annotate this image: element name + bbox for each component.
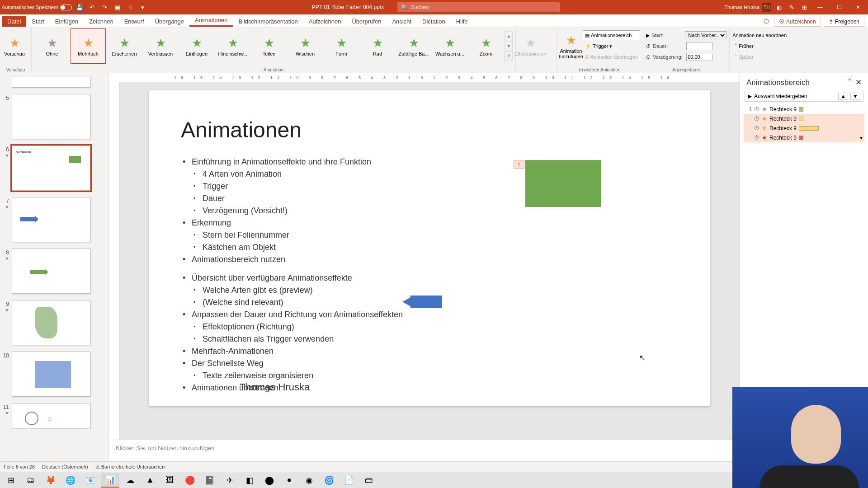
app-icon[interactable]: 📄 [340, 473, 358, 488]
slide[interactable]: Animationen Einführung in Animationseffe… [149, 90, 710, 406]
up-icon[interactable]: ▲ [838, 93, 848, 100]
language-label[interactable]: Deutsch (Österreich) [42, 464, 88, 469]
app-icon[interactable]: ☁ [121, 473, 139, 488]
slide-thumb-6[interactable]: Animationen [12, 145, 90, 191]
gallery-appear[interactable]: ★Erscheinen [107, 28, 142, 64]
gallery-zoom[interactable]: ★Zoom [468, 28, 504, 64]
gallery-randombars[interactable]: ★Zufällige Ba... [396, 28, 431, 64]
app-icon[interactable]: ◧ [241, 473, 259, 488]
outlook-icon[interactable]: 📧 [81, 473, 99, 488]
app-icon[interactable]: 🖼 [161, 473, 179, 488]
toggle-switch-icon[interactable] [60, 5, 72, 10]
qat-more-icon[interactable]: ▾ [138, 2, 148, 12]
animation-tag[interactable]: 1 [514, 160, 524, 169]
vlc-icon[interactable]: ▲ [141, 473, 159, 488]
gallery-floatin[interactable]: ★Hineinschw... [215, 28, 250, 64]
gallery-more-icon[interactable]: ⊻ [505, 51, 513, 61]
app-icon[interactable]: ◉ [300, 473, 318, 488]
anim-item-4[interactable]: ⏱★Rechteck 9▾ [744, 133, 864, 142]
accessibility-label[interactable]: ⚠ Barrierefreiheit: Untersuchen [95, 464, 165, 470]
slide-thumb-11[interactable]: ♡ [12, 403, 90, 428]
tab-insert[interactable]: Einfügen [50, 16, 84, 27]
tab-draw[interactable]: Zeichnen [84, 16, 118, 27]
slide-title[interactable]: Animationen [181, 117, 678, 142]
slide-thumbnails[interactable]: 5 6★Animationen 7★ 8★ 9★ 10 11★♡ [0, 73, 108, 461]
draw-icon[interactable]: ✎ [787, 2, 797, 12]
slide-thumb-9[interactable] [12, 300, 90, 345]
gallery-wipe[interactable]: ★Wischen [288, 28, 323, 64]
search-box[interactable]: 🔍 [397, 2, 560, 12]
obs-icon[interactable]: ⬤ [260, 473, 278, 488]
save-icon[interactable]: 💾 [75, 2, 85, 12]
start-menu-icon[interactable]: ⊞ [2, 473, 20, 488]
powerpoint-icon[interactable]: 📊 [101, 473, 119, 488]
gallery-grow[interactable]: ★Wachsen u... [432, 28, 467, 64]
slide-thumb-8[interactable] [12, 249, 90, 294]
anim-item-1[interactable]: 1⏱★Rechteck 9 [744, 104, 864, 114]
delay-input[interactable] [686, 53, 712, 61]
slide-thumb-7[interactable] [12, 197, 90, 242]
autosave-toggle[interactable]: Automatisches Speichern [2, 5, 72, 10]
maximize-button[interactable]: ☐ [831, 1, 847, 14]
chrome-icon[interactable]: 🌐 [61, 473, 80, 488]
app-icon[interactable]: 🔴 [181, 473, 199, 488]
gallery-down-icon[interactable]: ▼ [505, 41, 513, 51]
slide-canvas[interactable]: Animationen Einführung in Animationseffe… [119, 82, 740, 440]
share-button[interactable]: ⇪Freigeben [824, 17, 864, 27]
gallery-multiple[interactable]: ★Mehrfach [71, 28, 106, 64]
tab-slideshow[interactable]: Bildschirmpräsentation [233, 16, 303, 27]
slide-thumb-10[interactable] [12, 352, 90, 397]
gallery-fade[interactable]: ★Verblassen [143, 28, 178, 64]
tab-start[interactable]: Start [26, 16, 49, 27]
animation-pane-button[interactable]: ▤Animationsbereich [583, 30, 640, 40]
onenote-icon[interactable]: 📓 [201, 473, 219, 488]
start-select[interactable]: Nach Vorher... [685, 31, 726, 39]
present-icon[interactable]: ▣ [113, 2, 123, 12]
tab-design[interactable]: Entwurf [119, 16, 150, 27]
tab-view[interactable]: Ansicht [387, 16, 417, 27]
edge-icon[interactable]: 🌀 [320, 473, 338, 488]
file-tab[interactable]: Datei [2, 16, 26, 27]
notes-pane[interactable]: Klicken Sie, um Notizen hinzuzufügen [108, 440, 740, 461]
firefox-icon[interactable]: 🦊 [42, 473, 60, 488]
slide-counter[interactable]: Folie 6 von 26 [4, 464, 35, 469]
preview-button[interactable]: ★ Vorschau [3, 28, 26, 64]
tab-review[interactable]: Überprüfen [346, 16, 387, 27]
slide-thumb-5[interactable] [12, 94, 90, 139]
comments-icon[interactable]: 🗨 [761, 17, 771, 27]
app-icon[interactable]: ● [280, 473, 298, 488]
explorer-icon[interactable]: 🗂 [22, 473, 40, 488]
tab-animations[interactable]: Animationen [189, 15, 233, 27]
slide-content[interactable]: Einführung in Animationseffekte und ihre… [181, 156, 678, 266]
tab-dictation[interactable]: Dictation [417, 16, 451, 27]
anim-item-2[interactable]: ⏱★Rechteck 9 [744, 114, 864, 123]
green-rectangle-shape[interactable] [525, 160, 601, 207]
trigger-button[interactable]: ⚡Trigger ▾ [583, 41, 640, 51]
app-icon[interactable]: 🗃 [360, 473, 378, 488]
undo-icon[interactable]: ↶ [87, 2, 97, 12]
play-selection-button[interactable]: ▶Auswahl wiedergeben▲▼ [745, 91, 863, 102]
add-animation-button[interactable]: ★ Animation hinzufügen [559, 28, 583, 64]
gallery-flyin[interactable]: ★Einfliegen [179, 28, 214, 64]
close-button[interactable]: ✕ [850, 1, 866, 14]
chevron-down-icon[interactable]: ˅ [848, 78, 852, 87]
gallery-none[interactable]: ★Ohne [34, 28, 70, 64]
tab-help[interactable]: Hilfe [451, 16, 473, 27]
window-icon[interactable]: ⊞ [799, 2, 809, 12]
move-earlier-button[interactable]: ˄Früher [732, 41, 787, 51]
close-pane-icon[interactable]: ✕ [855, 78, 862, 87]
duration-input[interactable] [686, 42, 712, 50]
gallery-wheel[interactable]: ★Rad [360, 28, 395, 64]
thumb-partial[interactable] [12, 76, 90, 88]
telegram-icon[interactable]: ✈ [221, 473, 239, 488]
gallery-shape[interactable]: ★Form [324, 28, 359, 64]
gallery-up-icon[interactable]: ▲ [505, 31, 513, 41]
coming-soon-icon[interactable]: ◐ [774, 2, 784, 12]
touch-icon[interactable]: ☟ [125, 2, 135, 12]
search-input[interactable] [410, 4, 557, 10]
minimize-button[interactable]: — [812, 1, 828, 14]
redo-icon[interactable]: ↷ [100, 2, 110, 12]
tab-transitions[interactable]: Übergänge [150, 16, 189, 27]
anim-item-3[interactable]: ⏱★Rechteck 9 [744, 123, 864, 133]
record-button[interactable]: ⦿Aufzeichnen [774, 17, 821, 27]
